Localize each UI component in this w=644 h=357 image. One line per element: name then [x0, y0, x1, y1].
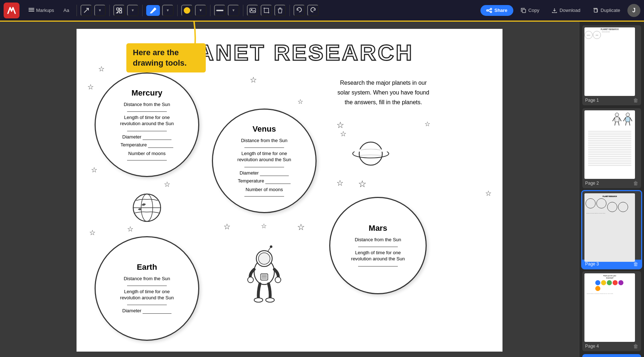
arrow-tool-button[interactable]	[80, 5, 92, 16]
worksheet-description: Research the major planets in our solar …	[329, 72, 438, 113]
page-thumbnail-1: PLANET RESEARCH Mercury Venus Research t…	[584, 27, 635, 96]
document-page[interactable]: PLANET RESEARCH ☆ ☆ ☆ Mercury	[77, 29, 502, 352]
mercury-section: ☆ ☆ ☆ Mercury Distance from the Sun Leng…	[95, 72, 199, 177]
delete-page-4-button[interactable]: 🗑	[633, 343, 638, 349]
delete-page-2-button[interactable]: 🗑	[633, 180, 638, 186]
separator-1	[77, 5, 77, 16]
star-row-3: ☆ ☆	[336, 178, 488, 190]
star-decoration: ☆	[87, 83, 94, 91]
mars-section: ☆ Mars Distance from the Sun Length of t…	[329, 197, 488, 294]
shape-dropdown-button[interactable]: ▼	[127, 5, 139, 16]
svg-line-41	[615, 122, 615, 125]
svg-point-24	[258, 253, 270, 264]
color-picker-button[interactable]	[181, 5, 193, 16]
svg-point-5	[119, 8, 122, 10]
user-avatar[interactable]: J	[627, 4, 640, 17]
page-thumb-2[interactable]: Page 2 🗑	[582, 108, 641, 188]
right-column: Research the major planets in our solar …	[326, 72, 488, 341]
color-dropdown-button[interactable]: ▼	[195, 5, 206, 16]
svg-point-11	[490, 8, 492, 10]
worksheet-title: PLANET RESEARCH	[91, 40, 488, 65]
image-insert-button[interactable]	[247, 5, 258, 16]
svg-rect-4	[117, 8, 119, 10]
duplicate-button[interactable]: Duplicate	[588, 5, 625, 16]
page-thumb-footer-1: Page 1 🗑	[584, 96, 639, 103]
star-decoration: ☆	[261, 222, 267, 232]
earth-section: ☆ Earth Distance from the Sun Length of …	[95, 236, 199, 341]
left-column: ☆ ☆ ☆ Mercury Distance from the Sun Leng…	[91, 72, 203, 341]
svg-point-37	[615, 113, 619, 116]
add-pages-button[interactable]: + Add Pages	[582, 354, 641, 357]
share-button[interactable]: Share	[480, 5, 513, 16]
font-button[interactable]: Aa	[60, 5, 73, 15]
separator-2	[109, 5, 110, 16]
star-row: ☆ ☆ ☆	[208, 222, 320, 232]
delete-page-1-button[interactable]: 🗑	[633, 97, 638, 103]
venus-section: Venus Distance from the Sun Length of ti…	[212, 109, 317, 213]
star-row-2: ☆ ☆	[336, 120, 430, 130]
svg-point-26	[275, 277, 281, 283]
svg-point-34	[270, 246, 272, 248]
star-decoration: ☆	[358, 178, 366, 190]
star-decoration: ☆	[336, 120, 344, 130]
separator-7	[290, 5, 290, 16]
star-decoration: ☆	[425, 120, 430, 130]
copy-button[interactable]: Copy	[515, 5, 544, 16]
page-thumbnail-3: PLANET RESEARCH Research the major plane…	[584, 193, 635, 262]
mars-circle: Mars Distance from the Sun Length of tim…	[329, 197, 427, 294]
venus-circle: Venus Distance from the Sun Length of ti…	[212, 109, 317, 213]
star-decoration: ☆	[91, 166, 97, 173]
star-decoration: ☆	[297, 98, 303, 105]
canvas-area[interactable]: Here are the drawing tools. PLANET RESEA…	[0, 22, 579, 357]
delete-page-3-button[interactable]: 🗑	[633, 261, 638, 267]
pen-dropdown-button[interactable]: ▼	[162, 5, 174, 16]
app-logo[interactable]	[4, 3, 19, 18]
star-decoration: ☆	[127, 225, 134, 233]
download-button[interactable]: Download	[547, 5, 586, 16]
chevron-down-icon: ▼	[98, 8, 102, 12]
svg-rect-2	[29, 11, 34, 12]
saturn-illustration: ☆	[351, 137, 488, 171]
svg-rect-29	[261, 274, 268, 280]
page-sidebar: PLANET RESEARCH Mercury Venus Research t…	[579, 22, 644, 357]
svg-point-13	[490, 11, 492, 13]
separator-3	[142, 5, 143, 16]
delete-button[interactable]	[274, 5, 286, 16]
separator-5	[210, 5, 210, 16]
svg-line-33	[268, 247, 271, 251]
svg-line-42	[618, 122, 619, 125]
svg-line-45	[623, 118, 626, 121]
page-thumb-3[interactable]: PLANET RESEARCH Research the major plane…	[582, 191, 641, 268]
svg-rect-44	[626, 117, 630, 122]
chevron-down-icon-2: ▼	[131, 8, 135, 12]
redo-button[interactable]	[307, 5, 319, 16]
toolbar-right: Share Copy Download Duplicate J	[480, 4, 640, 17]
markups-button[interactable]: Markups	[25, 4, 58, 16]
worksheet-content: ☆ ☆ ☆ Mercury Distance from the Sun Leng…	[91, 72, 488, 341]
page-thumb-1[interactable]: PLANET RESEARCH Mercury Venus Research t…	[582, 25, 641, 105]
svg-line-40	[619, 118, 621, 121]
svg-line-48	[629, 122, 630, 125]
page-thumbnail-4: Thank you for yourdownload! Use this pro…	[584, 273, 635, 342]
pen-tool-button[interactable]	[146, 5, 160, 16]
star-decoration: ☆	[340, 130, 347, 137]
layers-icon	[28, 6, 35, 14]
page-thumb-footer-4: Page 4 🗑	[584, 342, 639, 349]
undo-button[interactable]	[293, 5, 305, 16]
crop-button[interactable]	[261, 5, 272, 16]
svg-point-43	[626, 113, 630, 116]
svg-point-28	[266, 298, 274, 302]
separator-6	[243, 5, 243, 16]
svg-line-3	[84, 8, 88, 13]
svg-line-47	[626, 122, 626, 125]
stroke-width-button[interactable]	[214, 5, 226, 16]
svg-rect-38	[615, 117, 619, 122]
arrow-dropdown-button[interactable]: ▼	[94, 5, 106, 16]
shape-tool-button[interactable]	[113, 5, 125, 16]
astronaut-illustration	[243, 245, 286, 304]
stroke-dropdown-button[interactable]: ▼	[228, 5, 239, 16]
page-thumb-4[interactable]: Thank you for yourdownload! Use this pro…	[582, 271, 641, 351]
earth-circle: Earth Distance from the Sun Length of ti…	[95, 236, 199, 341]
svg-rect-1	[29, 9, 34, 10]
globe-icon-section: ☆ ☆	[131, 191, 163, 225]
